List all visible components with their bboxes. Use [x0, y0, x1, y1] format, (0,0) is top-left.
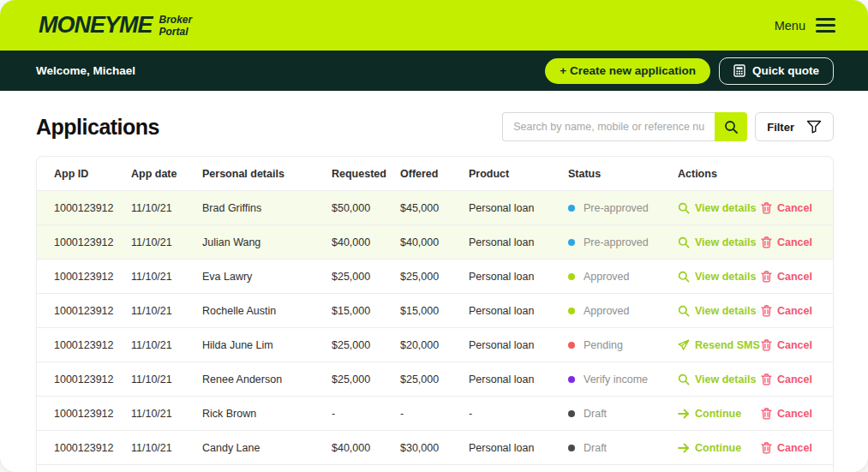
cell-status: Draft: [568, 442, 678, 454]
cell-offered: $45,000: [400, 202, 469, 214]
cell-product: Personal loan: [469, 236, 568, 248]
cell-personal-details: Candy Lane: [202, 442, 332, 454]
action-label: Continue: [695, 408, 741, 420]
cancel-link[interactable]: Cancel: [761, 236, 816, 248]
trash-icon: [761, 408, 772, 420]
cell-app-id: 1000123912: [54, 305, 131, 317]
primary-action-link[interactable]: View details: [678, 373, 761, 385]
cancel-link[interactable]: Cancel: [761, 339, 816, 351]
magnifier-icon: [678, 236, 690, 248]
filter-button[interactable]: Filter: [755, 112, 834, 141]
cancel-link[interactable]: Cancel: [761, 408, 816, 420]
header-requested: Requested: [332, 168, 400, 180]
cell-app-date: 11/10/21: [131, 339, 202, 351]
magnifier-icon: [678, 305, 690, 317]
cancel-label: Cancel: [777, 373, 812, 385]
calculator-icon: [733, 64, 745, 77]
search-box: [502, 112, 747, 141]
table-row: 1000123912 11/10/21 Rochelle Austin $15,…: [37, 294, 833, 328]
header-product: Product: [469, 168, 568, 180]
broker-portal-label: Broker Portal: [159, 13, 193, 37]
brand-logo: MONEYME Broker Portal: [39, 12, 192, 39]
table-body: 1000123912 11/10/21 Brad Griffins $50,00…: [37, 191, 833, 472]
cell-offered: $40,000: [400, 236, 469, 248]
action-label: Continue: [695, 442, 741, 454]
cell-product: Personal loan: [469, 305, 568, 317]
menu-button[interactable]: Menu: [775, 18, 835, 33]
trash-icon: [761, 339, 772, 351]
trash-icon: [761, 236, 772, 248]
trash-icon: [761, 442, 772, 454]
cell-product: Personal loan: [469, 339, 568, 351]
welcome-text: Welcome, Michael: [36, 64, 135, 77]
status-label: Approved: [584, 305, 630, 317]
header-app-id: App ID: [54, 168, 131, 180]
cell-actions: View details Cancel: [678, 305, 816, 317]
page-title: Applications: [36, 115, 159, 140]
cell-status: Pre-approved: [568, 236, 678, 248]
cell-personal-details: Rochelle Austin: [202, 305, 332, 317]
cell-offered: $30,000: [400, 442, 469, 454]
cancel-label: Cancel: [777, 339, 812, 351]
primary-action-link[interactable]: Resend SMS: [678, 339, 761, 351]
primary-action-link[interactable]: View details: [678, 271, 761, 283]
cancel-link[interactable]: Cancel: [761, 271, 816, 283]
table-row: 1000123912 11/10/21 Eva Lawry $25,000 $2…: [37, 260, 833, 294]
status-dot: [568, 273, 575, 280]
table-row: 1000123912 11/10/21 Hilda June Lim $25,0…: [37, 328, 833, 362]
cancel-label: Cancel: [777, 271, 812, 283]
quick-quote-button[interactable]: Quick quote: [719, 57, 834, 85]
trash-icon: [761, 271, 772, 283]
action-label: View details: [695, 373, 756, 385]
status-dot: [568, 205, 575, 212]
create-new-application-button[interactable]: + Create new application: [545, 58, 710, 84]
cell-app-date: 11/10/21: [131, 202, 202, 214]
table-row: 1000123912 11/10/21 Renee Anderson $25,0…: [37, 362, 833, 397]
cell-personal-details: Julian Wang: [202, 236, 332, 248]
table-header-row: App ID App date Personal details Request…: [37, 157, 833, 191]
cell-actions: Continue Cancel: [678, 442, 816, 454]
cell-status: Pending: [568, 339, 678, 351]
primary-action-link[interactable]: View details: [678, 305, 761, 317]
status-dot: [568, 308, 575, 314]
send-icon: [678, 339, 690, 351]
search-button[interactable]: [715, 112, 747, 141]
magnifier-icon: [678, 202, 690, 214]
cell-requested: $25,000: [332, 373, 400, 385]
primary-action-link[interactable]: Continue: [678, 408, 761, 420]
action-label: View details: [695, 202, 756, 214]
cell-app-id: 1000123912: [54, 202, 131, 214]
app-frame: MONEYME Broker Portal Menu Welcome, Mich…: [0, 0, 868, 472]
status-label: Approved: [584, 271, 630, 283]
cell-personal-details: Rick Brown: [202, 408, 332, 420]
cell-requested: $40,000: [332, 236, 400, 248]
cell-app-date: 11/10/21: [131, 442, 202, 454]
cancel-label: Cancel: [777, 442, 812, 454]
cell-actions: View details Cancel: [678, 236, 816, 248]
cancel-link[interactable]: Cancel: [761, 202, 816, 214]
action-label: View details: [695, 305, 756, 317]
title-row: Applications Filter: [36, 112, 834, 141]
search-input[interactable]: [502, 112, 715, 141]
primary-action-link[interactable]: View details: [678, 202, 761, 214]
cell-product: Personal loan: [469, 202, 568, 214]
cancel-link[interactable]: Cancel: [761, 442, 816, 454]
welcome-bar: Welcome, Michael + Create new applicatio…: [0, 51, 868, 91]
cell-product: Personal loan: [469, 442, 568, 454]
primary-action-link[interactable]: Continue: [678, 442, 761, 454]
header-actions: Actions: [678, 168, 816, 180]
cancel-link[interactable]: Cancel: [761, 373, 816, 385]
cell-status: Approved: [568, 271, 678, 283]
cell-status: Approved: [568, 305, 678, 317]
cell-app-date: 11/10/21: [131, 271, 202, 283]
search-and-filter: Filter: [502, 112, 834, 141]
cancel-link[interactable]: Cancel: [761, 305, 816, 317]
cancel-label: Cancel: [777, 408, 812, 420]
quick-quote-label: Quick quote: [752, 64, 819, 77]
status-label: Draft: [584, 408, 607, 420]
header-status: Status: [568, 168, 678, 180]
status-dot: [568, 445, 575, 451]
moneyme-logo: MONEYME: [39, 12, 153, 39]
cell-offered: $15,000: [400, 305, 469, 317]
primary-action-link[interactable]: View details: [678, 236, 761, 248]
